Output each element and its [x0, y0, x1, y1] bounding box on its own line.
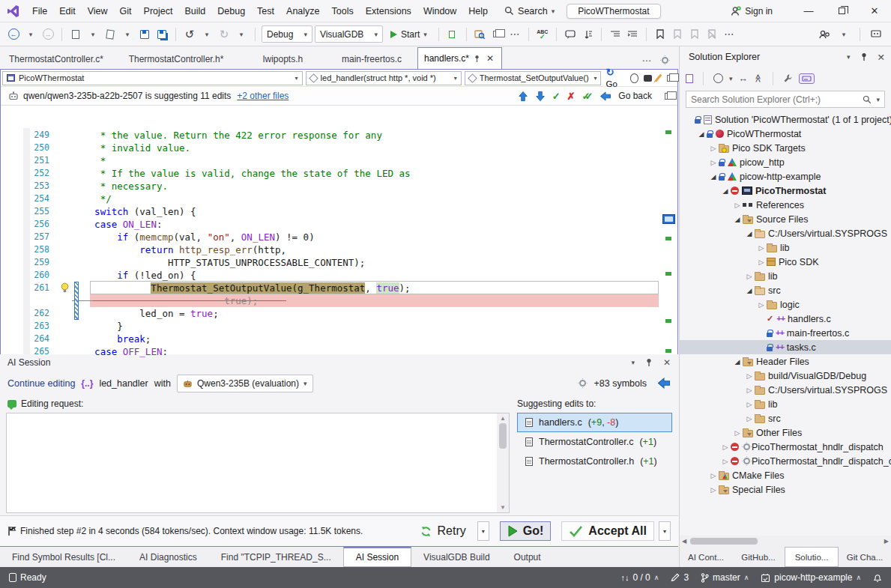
prev-edit-arrow-up-icon[interactable] — [518, 91, 528, 102]
live-share-dropdown[interactable]: ▾ — [836, 26, 851, 43]
sync-commits-button[interactable]: ↑↓0 / 0∧ — [620, 572, 659, 583]
lightbulb-icon[interactable] — [60, 282, 70, 293]
format-document-button[interactable] — [580, 26, 595, 43]
panel-chevron-icon[interactable]: ▾ — [847, 53, 851, 61]
bottom-tab-ai-diagnostics[interactable]: AI Diagnostics — [127, 547, 209, 567]
split-window-icon[interactable] — [667, 75, 674, 82]
back-step-arrow-icon[interactable] — [657, 378, 671, 389]
code-line-251[interactable]: 251 * — [1, 154, 677, 167]
code-line-259[interactable]: 259 HTTP_STATUS_UNPROCESSABLE_CONTENT); — [1, 256, 677, 269]
tree-item-picowthermostat[interactable]: ◢PicoWThermostat — [680, 127, 891, 141]
tab-overflow-button[interactable]: ⋯ — [642, 55, 652, 66]
request-scrollbar-thumb[interactable] — [499, 423, 507, 449]
tree-item-pico-sdk-targets[interactable]: ▷Pico SDK Targets — [680, 141, 891, 155]
editing-request-input[interactable] — [6, 413, 510, 513]
navigate-back-dropdown[interactable]: ▾ — [23, 26, 38, 43]
tree-item-picow-http-example[interactable]: ◢picow-http-example — [680, 169, 891, 184]
tree-item-c-users-virtual-sysprogs[interactable]: ▷C:/Users/virtual.SYSPROGS — [680, 383, 891, 397]
expander-open-icon[interactable]: ◢ — [732, 216, 743, 223]
menu-tools[interactable]: Tools — [326, 0, 360, 22]
tree-item-lib[interactable]: ▷lib — [680, 269, 891, 283]
platform-combo[interactable]: VisualGDB▾ — [315, 25, 383, 43]
menu-project[interactable]: Project — [138, 0, 179, 22]
tree-item-source-files[interactable]: ◢Source Files — [680, 212, 891, 226]
window-layout-button[interactable] — [490, 26, 505, 43]
menu-window[interactable]: Window — [417, 0, 462, 22]
model-dropdown[interactable]: Qwen3-235B (evaluation) ▾ — [177, 375, 313, 392]
go-back-label[interactable]: Go back — [618, 91, 652, 101]
tab-main-freertos-c[interactable]: main-freertos.c — [326, 49, 417, 69]
expander-open-icon[interactable]: ◢ — [708, 173, 719, 181]
expander-closed-icon[interactable]: ▷ — [720, 458, 731, 465]
menu-view[interactable]: View — [82, 0, 114, 22]
code-line-258[interactable]: 258 return http_resp_err(http, — [1, 243, 677, 256]
menu-git[interactable]: Git — [114, 0, 138, 22]
next-edit-arrow-down-icon[interactable] — [535, 91, 546, 102]
menu-debug[interactable]: Debug — [211, 0, 251, 22]
save-all-button[interactable] — [154, 26, 169, 43]
code-line-250[interactable]: 250 * invalid value. — [1, 142, 677, 154]
accept-all-dropdown[interactable]: ▾ — [659, 521, 671, 541]
tree-item-pico-sdk[interactable]: ▷Pico SDK — [680, 255, 891, 269]
expander-closed-icon[interactable]: ▷ — [708, 472, 719, 479]
bookmarks-overflow[interactable]: ⋯ — [722, 26, 737, 43]
switch-views-icon[interactable] — [686, 74, 693, 83]
suggested-file-handlers.c[interactable]: handlers.c(+9, -8) — [517, 413, 672, 432]
collapse-all-icon[interactable]: ≪ — [753, 74, 763, 83]
bottom-tab-find-tcpip-thread-s-[interactable]: Find "TCPIP_THREAD_S... — [209, 547, 343, 567]
expander-open-icon[interactable]: ◢ — [696, 130, 707, 138]
code-line-257[interactable]: 257 if (memcmp(val, "on", ON_LEN) != 0) — [1, 231, 677, 243]
menu-analyze[interactable]: Analyze — [280, 0, 325, 22]
reject-edit-x-icon[interactable]: ✗ — [567, 91, 576, 102]
navigate-back-button[interactable]: ← — [6, 26, 21, 43]
next-bookmark-button[interactable] — [687, 26, 702, 43]
edit-pencil-icon[interactable] — [654, 74, 662, 82]
tab-thermostatcontroller-h-[interactable]: ThermostatController.h* — [112, 49, 240, 69]
save-button[interactable] — [137, 26, 152, 43]
tree-item-header-files[interactable]: ◢Header Files — [680, 354, 891, 369]
tab-settings-gear-icon[interactable] — [662, 57, 668, 64]
code-line-253[interactable]: 253 * necessary. — [1, 180, 677, 193]
code-editor[interactable]: 249 * the value. Return the 422 error re… — [1, 128, 677, 358]
restore-button[interactable] — [825, 0, 858, 22]
accept-edit-check-icon[interactable]: ✓ — [552, 91, 561, 102]
start-debug-button[interactable]: Start▾ — [385, 25, 432, 43]
expander-closed-icon[interactable]: ▷ — [744, 401, 755, 408]
tree-item-picothermostat-hndlr-dispatch-c[interactable]: ▷PicoThermostat_hndlr_dispatch_c — [680, 454, 891, 468]
code-line-265[interactable]: 265 case OFF_LEN: — [1, 345, 677, 358]
code-line-262[interactable]: 262 led_on = true; — [1, 307, 677, 320]
expander-closed-icon[interactable]: ▷ — [756, 244, 767, 252]
toggle-bookmark-button[interactable] — [653, 26, 668, 43]
bottom-tab-output[interactable]: Output — [502, 547, 553, 567]
code-line-264[interactable]: 264 break; — [1, 333, 677, 345]
code-line-249[interactable]: 249 * the value. Return the 422 error re… — [1, 129, 677, 142]
expander-closed-icon[interactable]: ▷ — [732, 429, 743, 437]
tree-item-references[interactable]: ▷References — [680, 198, 891, 212]
suggested-file-ThermostatController.c[interactable]: ThermostatController.c(+1) — [517, 432, 672, 452]
go-back-arrow-icon[interactable] — [599, 91, 611, 101]
spell-check-button[interactable]: ABC✓ — [535, 26, 550, 43]
expander-closed-icon[interactable]: ▷ — [708, 486, 719, 494]
tab-handlers-c-[interactable]: handlers.c*✕ — [417, 47, 502, 69]
expander-closed-icon[interactable]: ▷ — [708, 159, 719, 166]
search-control[interactable]: Search ▾ — [504, 6, 555, 16]
sync-with-active-document-icon[interactable]: ↔ — [739, 73, 749, 84]
expander-closed-icon[interactable]: ▷ — [720, 443, 731, 451]
clear-bookmarks-button[interactable] — [704, 26, 719, 43]
search-input[interactable] — [691, 94, 858, 105]
code-line-263[interactable]: 263 } — [1, 320, 677, 333]
new-file-dropdown[interactable]: ▾ — [85, 26, 100, 43]
toolbar-overflow[interactable]: ⋯ — [507, 26, 522, 43]
pending-changes-filter-icon[interactable] — [713, 73, 723, 83]
accept-all-button[interactable]: Accept All — [561, 521, 654, 541]
float-window-icon[interactable] — [665, 93, 673, 100]
tree-item-src[interactable]: ◢src — [680, 283, 891, 297]
suggested-file-ThermostatController.h[interactable]: ThermostatController.h(+1) — [517, 452, 672, 471]
solution-config-combo[interactable]: Debug▾ — [262, 25, 312, 43]
tree-item-lib[interactable]: ▷lib — [680, 397, 891, 411]
expander-open-icon[interactable]: ◢ — [720, 187, 731, 195]
expander-closed-icon[interactable]: ▷ — [744, 273, 755, 280]
retry-button[interactable]: Retry — [413, 522, 473, 540]
tab-lwipopts-h[interactable]: lwipopts.h — [240, 49, 326, 69]
tree-item-c-users-virtual-sysprogs[interactable]: ◢C:/Users/virtual.SYSPROGS — [680, 226, 891, 240]
